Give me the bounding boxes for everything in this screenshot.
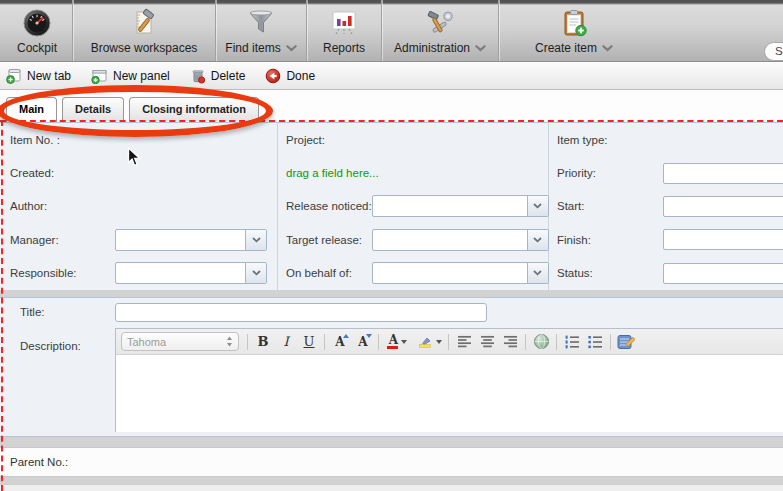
priority-input[interactable]	[663, 163, 783, 184]
done-button[interactable]: Done	[265, 68, 315, 84]
italic-glyph: I	[283, 334, 288, 349]
title-label: Title:	[20, 306, 45, 318]
bar-chart-icon	[329, 7, 359, 39]
ribbon-button-reports[interactable]: Reports	[307, 0, 382, 61]
ribbon-button-find-items[interactable]: Find items	[216, 0, 307, 61]
unordered-list-button[interactable]	[584, 332, 606, 352]
description-textarea[interactable]	[116, 355, 783, 432]
increase-font-button[interactable]: A	[329, 332, 351, 352]
edit-source-button[interactable]	[615, 332, 637, 352]
funnel-icon	[246, 7, 276, 39]
responsible-combobox[interactable]	[115, 262, 267, 284]
panel-toolbar: New tab New panel Delete Done	[0, 62, 783, 90]
form-column-3: Item type: Priority: Start: Finish: Stat…	[548, 123, 783, 290]
ribbon-label: Find items	[225, 41, 296, 55]
priority-label: Priority:	[557, 167, 596, 179]
toolbar-separator	[556, 334, 557, 350]
status-input[interactable]	[663, 263, 783, 284]
combo-dropdown-button[interactable]	[527, 196, 548, 216]
align-left-icon	[457, 335, 472, 348]
title-input[interactable]	[115, 303, 487, 322]
search-button[interactable]: Se	[764, 42, 783, 61]
align-center-button[interactable]	[476, 332, 498, 352]
drag-field-drop-hint[interactable]: drag a field here...	[286, 167, 379, 179]
chevron-down-icon	[252, 270, 261, 276]
new-tab-icon	[6, 68, 22, 84]
highlight-color-button[interactable]	[414, 332, 444, 352]
toolbar-separator	[610, 334, 611, 350]
combo-dropdown-button[interactable]	[527, 263, 548, 283]
new-panel-button[interactable]: New panel	[91, 68, 170, 84]
title-description-panel: Title: Description: Tahoma B I U A A A	[0, 297, 783, 437]
start-label: Start:	[557, 200, 584, 212]
bullet-list-icon	[587, 335, 603, 349]
toolbar-separator	[247, 334, 248, 350]
new-panel-icon	[91, 68, 108, 84]
release-noticed-combobox[interactable]	[372, 195, 549, 217]
parent-no-panel: Parent No.:	[0, 447, 783, 477]
delete-button[interactable]: Delete	[190, 68, 246, 84]
align-left-button[interactable]	[453, 332, 475, 352]
done-label: Done	[286, 69, 315, 83]
tab-bar: Main Details Closing information	[0, 90, 783, 122]
ordered-list-button[interactable]	[561, 332, 583, 352]
project-label: Project:	[286, 134, 325, 146]
manager-combobox[interactable]	[115, 229, 267, 251]
new-tab-button[interactable]: New tab	[6, 68, 71, 84]
form-row: Item type:	[549, 123, 783, 156]
trash-icon	[190, 68, 206, 84]
combo-dropdown-button[interactable]	[245, 230, 266, 250]
done-icon	[265, 68, 281, 84]
finish-input[interactable]	[663, 229, 783, 250]
on-behalf-of-combobox[interactable]	[372, 262, 549, 284]
font-color-swatch	[387, 346, 398, 349]
responsible-label: Responsible:	[10, 267, 76, 279]
form-row: Responsible:	[0, 257, 277, 290]
caret-up-icon	[343, 334, 349, 338]
ribbon-button-browse-workspaces[interactable]: Browse workspaces	[73, 0, 216, 61]
ribbon-label: Browse workspaces	[91, 41, 198, 55]
manager-label: Manager:	[10, 234, 59, 246]
ribbon-button-administration[interactable]: Administration	[382, 0, 499, 61]
form-row: Status:	[549, 257, 783, 290]
form-row: Created:	[0, 156, 277, 189]
combo-dropdown-button[interactable]	[527, 230, 548, 250]
form-row: On behalf of:	[278, 257, 560, 290]
description-label: Description:	[20, 340, 81, 352]
font-color-button[interactable]: A	[383, 332, 413, 352]
on-behalf-of-label: On behalf of:	[286, 267, 352, 279]
tab-closing-information[interactable]: Closing information	[129, 97, 259, 121]
target-release-label: Target release:	[286, 234, 362, 246]
align-right-icon	[503, 335, 518, 348]
description-editor: Tahoma B I U A A A	[115, 328, 783, 432]
decrease-font-button[interactable]: A	[352, 332, 374, 352]
status-label: Status:	[557, 267, 593, 279]
insert-link-button[interactable]	[530, 332, 552, 352]
align-right-button[interactable]	[499, 332, 521, 352]
ordered-list-icon	[564, 335, 580, 349]
italic-button[interactable]: I	[275, 332, 297, 352]
form-row: Project:	[278, 123, 560, 156]
form-row: Manager:	[0, 223, 277, 256]
tab-main[interactable]: Main	[6, 97, 57, 122]
combo-dropdown-button[interactable]	[245, 263, 266, 283]
bold-button[interactable]: B	[252, 332, 274, 352]
ribbon-button-cockpit[interactable]: Cockpit	[2, 0, 73, 61]
form-column-1: Item No. : Created: Author: Manager: Res…	[0, 123, 277, 290]
tab-details[interactable]: Details	[62, 97, 124, 121]
start-input[interactable]	[663, 196, 783, 217]
form-row: Start:	[549, 190, 783, 223]
underline-button[interactable]: U	[298, 332, 320, 352]
form-row: drag a field here...	[278, 156, 560, 189]
target-release-combobox[interactable]	[372, 229, 549, 251]
parent-no-label: Parent No.:	[10, 456, 68, 468]
chevron-down-icon	[533, 203, 542, 209]
bold-glyph: B	[258, 334, 269, 349]
edit-source-icon	[617, 334, 635, 350]
item-form-panel: Item No. : Created: Author: Manager: Res…	[0, 122, 783, 290]
font-family-select[interactable]: Tahoma	[121, 332, 239, 351]
ribbon-label: Reports	[323, 41, 365, 55]
ribbon-button-create-item[interactable]: Create item	[499, 0, 649, 61]
chevron-down-icon	[533, 270, 542, 276]
new-tab-label: New tab	[27, 69, 71, 83]
